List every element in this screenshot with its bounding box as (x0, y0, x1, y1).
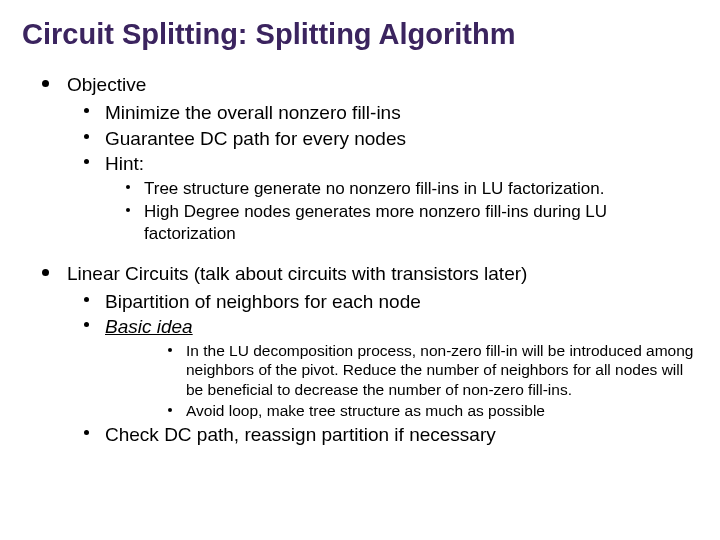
item-text: Guarantee DC path for every nodes (105, 127, 406, 151)
list-item: Linear Circuits (talk about circuits wit… (42, 262, 698, 286)
bullet-icon (126, 185, 130, 189)
item-text: In the LU decomposition process, non-zer… (186, 341, 698, 399)
bullet-icon (126, 208, 130, 212)
item-text: High Degree nodes generates more nonzero… (144, 201, 698, 244)
list-item: In the LU decomposition process, non-zer… (168, 341, 698, 399)
bullet-icon (84, 134, 89, 139)
bullet-icon (84, 108, 89, 113)
list-item: Objective (42, 73, 698, 97)
slide-title: Circuit Splitting: Splitting Algorithm (22, 18, 698, 51)
bullet-icon (168, 348, 172, 352)
bullet-icon (42, 269, 49, 276)
bullet-icon (84, 159, 89, 164)
list-item: Avoid loop, make tree structure as much … (168, 401, 698, 420)
list-item: Basic idea (84, 315, 698, 339)
bullet-icon (168, 408, 172, 412)
bullet-icon (84, 297, 89, 302)
list-item: Hint: (84, 152, 698, 176)
bullet-icon (84, 322, 89, 327)
list-item: Bipartition of neighbors for each node (84, 290, 698, 314)
item-text: Tree structure generate no nonzero fill-… (144, 178, 605, 199)
item-text: Avoid loop, make tree structure as much … (186, 401, 545, 420)
item-text: Linear Circuits (talk about circuits wit… (67, 262, 527, 286)
list-item: Minimize the overall nonzero fill-ins (84, 101, 698, 125)
item-text: Bipartition of neighbors for each node (105, 290, 421, 314)
item-text: Check DC path, reassign partition if nec… (105, 423, 496, 447)
list-item: Check DC path, reassign partition if nec… (84, 423, 698, 447)
item-text: Minimize the overall nonzero fill-ins (105, 101, 401, 125)
bullet-icon (84, 430, 89, 435)
bullet-icon (42, 80, 49, 87)
list-item: Tree structure generate no nonzero fill-… (126, 178, 698, 199)
item-text: Basic idea (105, 315, 193, 339)
list-item: High Degree nodes generates more nonzero… (126, 201, 698, 244)
item-text: Hint: (105, 152, 144, 176)
item-text: Objective (67, 73, 146, 97)
list-item: Guarantee DC path for every nodes (84, 127, 698, 151)
